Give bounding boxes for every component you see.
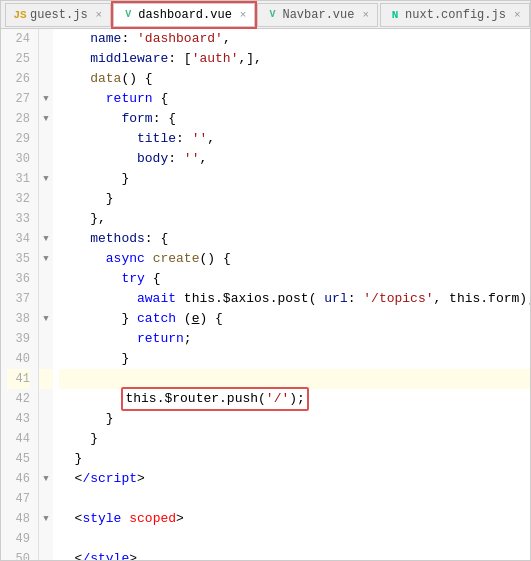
line-num-41: 41 [7,369,30,389]
line-num-36: 36 [7,269,30,289]
code-line-29: title: '', [59,129,530,149]
line-num-37: 37 [7,289,30,309]
line-num-25: 25 [7,49,30,69]
tab-navbar-vue[interactable]: V Navbar.vue × [257,3,378,27]
tab-label-dashboard: dashboard.vue [138,8,232,22]
fold-24 [39,29,53,49]
code-line-36: try { [59,269,530,289]
fold-35[interactable]: ▼ [39,249,53,269]
line-num-44: 44 [7,429,30,449]
code-line-31: } [59,169,530,189]
code-line-33: }, [59,209,530,229]
code-line-32: } [59,189,530,209]
fold-26 [39,69,53,89]
fold-27[interactable]: ▼ [39,89,53,109]
tab-guest-js[interactable]: JS guest.js × [5,3,111,27]
tab-nuxt-config[interactable]: N nuxt.config.js × [380,3,529,27]
code-line-40: } [59,349,530,369]
fold-47 [39,489,53,509]
code-line-46: </script> [59,469,530,489]
fold-48[interactable]: ▼ [39,509,53,529]
code-line-45: } [59,449,530,469]
code-line-41 [59,369,530,389]
line-num-39: 39 [7,329,30,349]
fold-43 [39,409,53,429]
nuxt-icon: N [389,9,401,21]
fold-45 [39,449,53,469]
fold-50 [39,549,53,560]
line-num-24: 24 [7,29,30,49]
fold-41 [39,369,53,389]
tab-label: guest.js [30,8,88,22]
line-num-45: 45 [7,449,30,469]
fold-area: ▼ ▼ ▼ ▼ ▼ ▼ ▼ ▼ ▼ [39,29,53,560]
line-num-30: 30 [7,149,30,169]
code-content[interactable]: name: 'dashboard', middleware: ['auth',]… [53,29,530,560]
fold-31[interactable]: ▼ [39,169,53,189]
fold-40 [39,349,53,369]
fold-33 [39,209,53,229]
fold-37 [39,289,53,309]
fold-39 [39,329,53,349]
fold-32 [39,189,53,209]
code-line-44: } [59,429,530,449]
tab-label-navbar: Navbar.vue [282,8,354,22]
code-line-24: name: 'dashboard', [59,29,530,49]
fold-38[interactable]: ▼ [39,309,53,329]
fold-44 [39,429,53,449]
code-line-49 [59,529,530,549]
code-line-47 [59,489,530,509]
code-line-42: this.$router.push('/'); [59,389,530,409]
fold-30 [39,149,53,169]
line-num-50: 50 [7,549,30,560]
tab-close-icon-dashboard[interactable]: × [240,9,247,21]
tab-close-icon-navbar[interactable]: × [362,9,369,21]
tab-dashboard-vue[interactable]: V dashboard.vue × [113,3,255,27]
line-num-26: 26 [7,69,30,89]
code-line-27: return { [59,89,530,109]
vue-icon-navbar: V [266,9,278,21]
line-num-40: 40 [7,349,30,369]
line-num-27: 27 [7,89,30,109]
code-line-30: body: '', [59,149,530,169]
line-numbers: 24 25 26 27 28 29 30 31 32 33 34 35 36 3… [1,29,39,560]
code-line-34: methods: { [59,229,530,249]
tab-label-nuxt: nuxt.config.js [405,8,506,22]
line-num-29: 29 [7,129,30,149]
fold-28[interactable]: ▼ [39,109,53,129]
red-box-annotation: this.$router.push('/'); [121,387,308,411]
fold-29 [39,129,53,149]
line-num-48: 48 [7,509,30,529]
vue-icon-dashboard: V [122,9,134,21]
fold-42 [39,389,53,409]
line-num-34: 34 [7,229,30,249]
tab-close-icon-nuxt[interactable]: × [514,9,521,21]
line-num-43: 43 [7,409,30,429]
fold-25 [39,49,53,69]
tab-bar: JS guest.js × V dashboard.vue × V Navbar… [1,1,530,29]
line-num-35: 35 [7,249,30,269]
code-line-28: form: { [59,109,530,129]
fold-34[interactable]: ▼ [39,229,53,249]
line-num-38: 38 [7,309,30,329]
code-line-38: } catch (e) { [59,309,530,329]
code-line-48: <style scoped> [59,509,530,529]
code-line-43: } [59,409,530,429]
fold-49 [39,529,53,549]
line-num-33: 33 [7,209,30,229]
code-line-25: middleware: ['auth',], [59,49,530,69]
fold-36 [39,269,53,289]
code-line-26: data() { [59,69,530,89]
js-icon: JS [14,9,26,21]
line-num-42: 42 [7,389,30,409]
line-num-47: 47 [7,489,30,509]
line-num-32: 32 [7,189,30,209]
code-line-37: await this.$axios.post( url: '/topics', … [59,289,530,309]
line-num-31: 31 [7,169,30,189]
code-line-35: async create() { [59,249,530,269]
fold-46[interactable]: ▼ [39,469,53,489]
code-area: 24 25 26 27 28 29 30 31 32 33 34 35 36 3… [1,29,530,560]
tab-close-icon[interactable]: × [96,9,103,21]
line-num-28: 28 [7,109,30,129]
code-line-50: </style> [59,549,530,560]
